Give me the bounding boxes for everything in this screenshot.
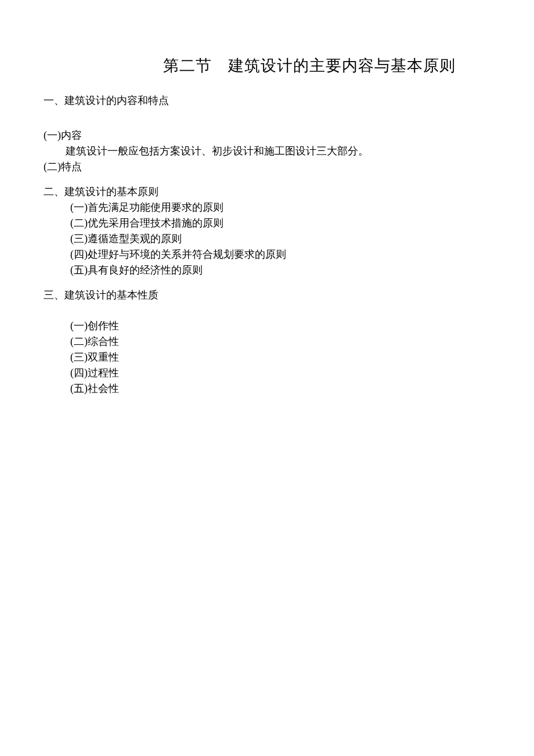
section-3-item: (一)创作性 — [44, 318, 490, 334]
section-2-item: (三)遵循造型美观的原则 — [44, 231, 490, 247]
page-title: 第二节 建筑设计的主要内容与基本原则 — [44, 55, 490, 76]
section-3-item: (五)社会性 — [44, 381, 490, 397]
section-3-item: (三)双重性 — [44, 350, 490, 365]
section-3-item: (二)综合性 — [44, 334, 490, 350]
section-3-item: (四)过程性 — [44, 365, 490, 381]
section-1-heading: 一、建筑设计的内容和特点 — [44, 92, 490, 109]
section-2-item: (一)首先满足功能使用要求的原则 — [44, 200, 490, 215]
section-1-body-1: 建筑设计一般应包括方案设计、初步设计和施工图设计三大部分。 — [44, 143, 490, 159]
section-2-heading: 二、建筑设计的基本原则 — [44, 184, 490, 200]
section-2-item: (五)具有良好的经济性的原则 — [44, 262, 490, 278]
section-2-item: (四)处理好与环境的关系并符合规划要求的原则 — [44, 247, 490, 262]
section-1-sub-1: (一)内容 — [44, 128, 490, 143]
section-3-heading: 三、建筑设计的基本性质 — [44, 287, 490, 303]
section-1-sub-2: (二)特点 — [44, 159, 490, 175]
section-2-item: (二)优先采用合理技术措施的原则 — [44, 215, 490, 231]
